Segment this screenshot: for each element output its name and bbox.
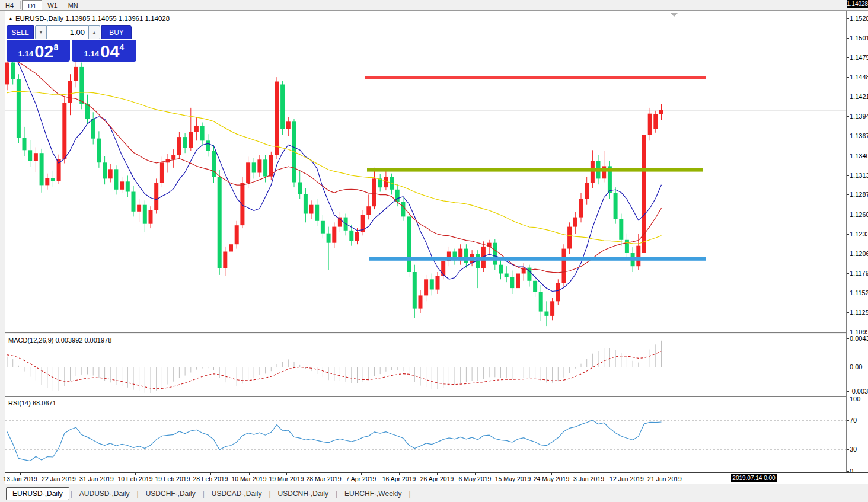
timeframe-button-w1[interactable]: W1 — [42, 0, 63, 10]
timeframe-button-d1[interactable]: D1 — [22, 0, 42, 10]
tab-separator: | — [202, 490, 206, 498]
rsi-axis-label: 70 — [850, 417, 857, 424]
timeframe-button-mn[interactable]: MN — [63, 0, 84, 10]
axis-tick — [847, 77, 849, 78]
date-tick — [665, 473, 665, 475]
axis-tick — [847, 420, 849, 421]
date-axis-label: 22 Jan 2019 — [42, 475, 76, 482]
bid-price-badge: 1.14028 — [847, 0, 868, 8]
sell-price-prefix: 1.14 — [18, 49, 33, 58]
buy-button[interactable]: BUY — [101, 25, 132, 39]
symbol-tab-audusd-daily[interactable]: AUDUSD-,Daily — [74, 488, 136, 500]
date-axis-label: 28 Mar 2019 — [307, 475, 342, 482]
axis-tick — [847, 449, 849, 450]
support-ray[interactable] — [369, 257, 706, 261]
mid-ray[interactable] — [367, 168, 703, 172]
date-tick — [173, 473, 173, 475]
price-axis-label: 1.12870 — [850, 191, 868, 198]
macd-axis-label: -0.00371 — [850, 388, 868, 395]
symbol-tab-usdchf-daily[interactable]: USDCHF-,Daily — [140, 488, 202, 500]
chart-tab-bar: EURUSD-,Daily|AUDUSD-,Daily|USDCHF-,Dail… — [0, 485, 868, 502]
date-axis-label: 26 Apr 2019 — [420, 475, 454, 482]
axis-tick — [847, 367, 849, 367]
buy-price-display[interactable]: 1.14 04 4 — [72, 40, 136, 62]
axis-tick — [847, 116, 849, 117]
timeframe-button-h4[interactable]: H4 — [0, 0, 19, 10]
price-axis-label: 1.12600 — [850, 211, 868, 218]
date-tick — [59, 473, 59, 475]
chart-title: ▲EURUSD-,Daily 1.13985 1.14055 1.13961 1… — [8, 15, 170, 22]
sell-price-display[interactable]: 1.14 02 8 — [7, 40, 70, 62]
date-tick — [324, 473, 324, 475]
date-tick — [286, 473, 287, 475]
axis-tick — [847, 312, 849, 313]
axis-tick — [847, 57, 849, 58]
macd-label: MACD(12,26,9) 0.003992 0.001978 — [8, 337, 111, 344]
rsi-panel[interactable] — [5, 397, 846, 472]
crosshair-date-badge: 2019.07.14 0:00 — [731, 474, 777, 482]
date-tick — [210, 473, 211, 475]
toolbar-separator — [20, 1, 21, 9]
symbol-tab-eurusd-daily[interactable]: EURUSD-,Daily — [6, 487, 69, 500]
tab-separator: | — [267, 490, 272, 498]
chart-object-icon: ▲ — [8, 16, 13, 21]
date-axis-label: 19 Feb 2019 — [155, 475, 190, 482]
date-axis-label: 13 Jan 2019 — [3, 475, 37, 482]
date-tick — [551, 473, 552, 475]
date-axis-label: 24 May 2019 — [534, 475, 570, 482]
price-axis-label: 1.14210 — [850, 93, 868, 100]
symbol-tab-usdcad-daily[interactable]: USDCAD-,Daily — [206, 488, 268, 500]
price-axis-label: 1.13135 — [850, 172, 868, 179]
buy-price-prefix: 1.14 — [84, 49, 99, 58]
tab-separator: | — [136, 490, 140, 498]
date-tick — [135, 473, 136, 475]
volume-input[interactable] — [47, 25, 88, 39]
sell-price-pip: 8 — [53, 43, 58, 52]
resistance-ray[interactable] — [365, 76, 706, 79]
price-axis-label: 1.11795 — [850, 270, 868, 277]
date-tick — [437, 473, 438, 475]
date-axis-label: 6 May 2019 — [459, 475, 492, 482]
axis-tick — [847, 399, 849, 399]
axis-tick — [847, 194, 849, 195]
volume-increase-button[interactable]: ▲ — [88, 25, 100, 39]
tab-separator: | — [334, 490, 339, 498]
date-tick — [627, 473, 627, 475]
date-tick — [20, 473, 21, 475]
axis-tick — [847, 215, 849, 215]
date-axis-label: 19 Mar 2019 — [269, 475, 304, 482]
macd-axis-label: 0.00 — [850, 363, 862, 370]
date-tick — [97, 473, 97, 475]
date-tick — [249, 473, 250, 475]
price-axis-label: 1.13675 — [850, 132, 868, 139]
date-axis-label: 12 Jun 2019 — [609, 475, 644, 482]
sell-price-big: 02 — [34, 43, 53, 60]
rsi-axis-label: 100 — [850, 395, 860, 402]
axis-tick — [847, 175, 849, 176]
macd-panel[interactable] — [5, 334, 846, 396]
one-click-trading-panel: SELL ▼ ▲ BUY 1.14 02 8 1.14 04 4 — [7, 25, 136, 62]
volume-decrease-button[interactable]: ▼ — [35, 25, 47, 39]
axis-tick — [847, 234, 849, 235]
price-axis-label: 1.15285 — [850, 15, 868, 22]
axis-tick — [847, 97, 849, 97]
crosshair-vertical-line — [754, 11, 754, 474]
buy-price-big: 04 — [100, 43, 119, 60]
price-axis-label: 1.15015 — [850, 34, 868, 41]
axis-tick — [847, 391, 849, 392]
price-axis: 1.152851.150151.147501.144801.142101.139… — [846, 11, 868, 472]
axis-tick — [847, 38, 849, 39]
date-axis-label: 3 Jun 2019 — [573, 475, 604, 482]
price-axis-label: 1.11255 — [850, 309, 868, 316]
chart-shift-marker-icon[interactable] — [671, 13, 678, 17]
symbol-tab-eurchf-weekly[interactable]: EURCHF-,Weekly — [339, 488, 407, 500]
sell-button[interactable]: SELL — [7, 25, 34, 39]
axis-tick — [847, 293, 849, 293]
date-axis-label: 10 Mar 2019 — [232, 475, 267, 482]
date-tick — [513, 473, 513, 475]
symbol-tab-usdcnh-daily[interactable]: USDCNH-,Daily — [272, 488, 334, 500]
buy-price-pip: 4 — [119, 43, 124, 52]
price-axis-label: 1.13945 — [850, 113, 868, 120]
timeframe-toolbar: H4D1W1MN — [0, 0, 868, 11]
price-axis-label: 1.14480 — [850, 73, 868, 81]
